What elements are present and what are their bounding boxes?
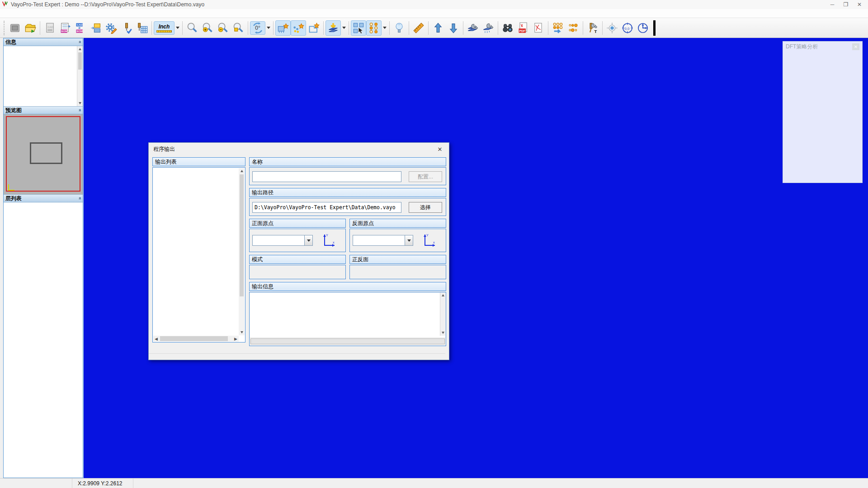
search-binoculars-button[interactable] [500, 20, 515, 36]
dft-strategy-panel: DFT策略分析 ✕ [783, 41, 863, 183]
info-panel-header[interactable]: 信息» [4, 38, 83, 46]
output-list: ◀▶ [152, 167, 245, 343]
compass-zero-button[interactable]: 0,0 [620, 20, 635, 36]
output-list-header: 输出列表 [152, 157, 245, 166]
front-origin-header: 正面原点 [249, 219, 346, 228]
svg-text:CAD: CAD [47, 26, 53, 28]
toolbar-grip [4, 21, 5, 35]
output-path-input[interactable]: D:\VayoPro\VayoPro-Test Expert\Data\Demo… [252, 202, 401, 213]
preview-panel-header[interactable]: 预览图» [4, 107, 83, 114]
cad-bom-button[interactable]: CADBOM [73, 20, 88, 36]
preview-axis-icon [8, 184, 14, 191]
info-scrollbar[interactable] [77, 46, 83, 106]
layers-panel-header[interactable]: 层列表» [4, 195, 83, 202]
collapse-icon[interactable]: » [77, 197, 82, 200]
zoom-in-button[interactable] [200, 20, 215, 36]
output-progressbar [250, 338, 445, 344]
pdf-report-button[interactable] [531, 20, 546, 36]
pin-flag-button[interactable] [291, 20, 306, 36]
statusbar-segment [0, 479, 72, 488]
origin-target-button[interactable] [604, 20, 620, 36]
cad-import-button[interactable]: CAD [42, 20, 57, 36]
rotate-button[interactable]: 0° [250, 21, 265, 35]
pin-columns-dropdown[interactable] [382, 20, 387, 36]
combo-dropdown-icon[interactable] [304, 235, 312, 245]
titlebar: VayoPro-Test Expert : Demo --D:\VayoPro\… [0, 0, 868, 9]
highlight-bulb-button[interactable] [392, 20, 407, 36]
ruler-strip-icon [156, 30, 172, 33]
bom-output-button[interactable]: BOM [57, 20, 73, 36]
move-down-button[interactable] [446, 20, 461, 36]
pads-view-button[interactable] [566, 20, 581, 36]
window-title: VayoPro-Test Expert : Demo --D:\VayoPro\… [11, 1, 204, 8]
open-project-button[interactable] [23, 20, 38, 36]
part-flag-button[interactable] [275, 20, 291, 36]
output-list-vscrollbar[interactable] [239, 168, 245, 335]
minimize-button[interactable]: ─ [826, 1, 839, 8]
measure-ruler-button[interactable] [411, 20, 426, 36]
zoom-button[interactable] [184, 20, 200, 36]
svg-text:Y: Y [426, 234, 429, 237]
layer-tool-button[interactable] [465, 20, 481, 36]
compass-arrow-button[interactable] [635, 20, 651, 36]
unit-dropdown[interactable] [175, 20, 180, 36]
pads-transfer-button[interactable] [550, 20, 566, 36]
output-list-hscrollbar[interactable]: ◀▶ [153, 336, 239, 342]
name-group-header: 名称 [249, 157, 446, 166]
output-info-scrollbar[interactable] [440, 292, 446, 336]
svg-text:PDF: PDF [519, 29, 525, 32]
menubar [0, 9, 868, 18]
pdf-export-button[interactable]: PDF [515, 20, 531, 36]
statusbar: X:2.9909 Y:2.2612 [0, 478, 868, 488]
dialog-titlebar[interactable]: 程序输出 ✕ [149, 143, 449, 155]
close-button[interactable]: ✕ [853, 1, 866, 8]
svg-text:T: T [594, 28, 597, 33]
probe-check-button[interactable] [119, 20, 134, 36]
dialog-close-icon[interactable]: ✕ [435, 146, 444, 153]
output-info-textarea[interactable] [250, 293, 445, 337]
dft-panel-titlebar[interactable]: DFT策略分析 ✕ [783, 42, 862, 52]
axis-xy-icon: Yx [421, 233, 438, 249]
collapse-icon[interactable]: » [77, 41, 82, 43]
combo-dropdown-icon[interactable] [405, 235, 413, 245]
panelize-button[interactable] [88, 20, 104, 36]
sides-group-header: 正反面 [349, 255, 446, 264]
zoom-out-button[interactable] [215, 20, 231, 36]
select-group-button[interactable] [351, 20, 366, 36]
front-origin-combo[interactable] [252, 235, 313, 246]
svg-text:BOM: BOM [76, 30, 83, 33]
select-path-button[interactable]: 选择 [409, 202, 442, 213]
outline-flag-button[interactable] [306, 20, 321, 36]
cursor-coordinates: X:2.9909 Y:2.2612 [72, 479, 133, 488]
zoom-window-button[interactable] [231, 20, 246, 36]
layer-tool-2-button[interactable] [481, 20, 496, 36]
info-panel [4, 46, 83, 107]
unit-inch-button[interactable]: Inch [154, 21, 175, 35]
config-button[interactable]: 配置... [409, 171, 442, 182]
pin-columns-button[interactable] [366, 20, 382, 36]
program-output-dialog: 程序输出 ✕ 输出列表 ◀▶ 名称 配置... [148, 142, 449, 360]
svg-text:0,0: 0,0 [625, 26, 630, 30]
preview-panel[interactable] [4, 114, 83, 195]
info-panel-title: 信息 [5, 38, 16, 46]
svg-text:x: x [333, 241, 335, 244]
collapse-icon[interactable]: » [77, 109, 82, 112]
restore-button[interactable]: ❐ [839, 1, 853, 8]
settings-button[interactable] [104, 20, 119, 36]
probe-grid-button[interactable] [134, 20, 150, 36]
name-input[interactable] [252, 171, 401, 182]
sidebar-filler [4, 202, 83, 469]
dft-close-icon[interactable]: ✕ [852, 43, 859, 50]
probe-config-button[interactable]: T [585, 20, 600, 36]
svg-text:BOM: BOM [61, 30, 67, 33]
new-board-button[interactable] [7, 20, 23, 36]
rotate-dropdown[interactable] [265, 20, 271, 36]
move-up-button[interactable] [430, 20, 446, 36]
back-origin-combo[interactable] [353, 235, 413, 246]
pcb-canvas[interactable]: 程序输出 ✕ 输出列表 ◀▶ 名称 配置... [84, 38, 868, 478]
toolbar-end-divider [653, 20, 656, 36]
layer-export-button[interactable] [326, 20, 341, 36]
path-group-header: 输出路径 [249, 188, 446, 197]
layer-export-dropdown[interactable] [341, 20, 347, 36]
mode-group-header: 模式 [249, 255, 346, 264]
